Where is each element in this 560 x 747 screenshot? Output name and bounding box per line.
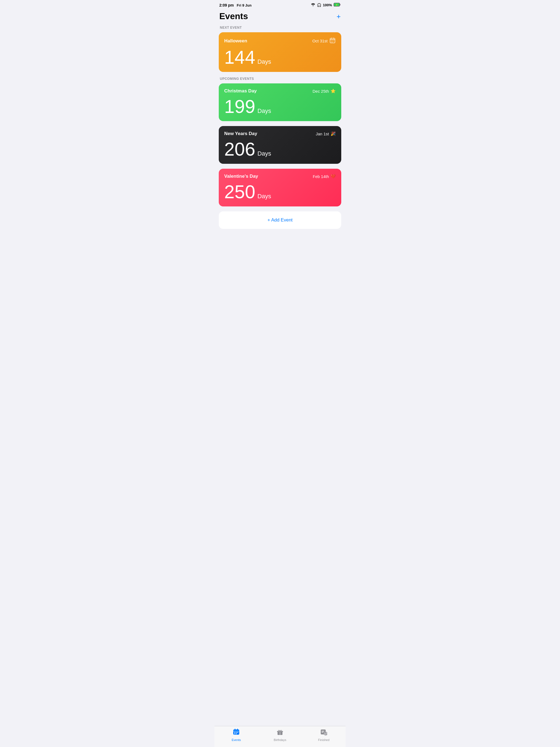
svg-rect-21 xyxy=(234,733,235,734)
halloween-card-header: Halloween Oct 31st xyxy=(224,37,336,45)
valentines-days-number: 250 xyxy=(224,182,255,201)
svg-line-29 xyxy=(280,730,281,731)
valentines-event-date: Feb 14th ❤️ xyxy=(313,174,336,179)
svg-rect-15 xyxy=(233,731,239,731)
halloween-days-unit: Days xyxy=(257,58,271,66)
halloween-event-date: Oct 31st xyxy=(312,37,336,45)
status-bar-indicators: 🎧 100% ⚡ xyxy=(311,3,341,7)
valentines-event-card[interactable]: Valentine's Day Feb 14th ❤️ 250 Days xyxy=(219,169,341,206)
wifi-icon xyxy=(311,3,315,7)
page-title: Events xyxy=(219,11,248,21)
add-event-header-button[interactable]: + xyxy=(337,13,341,20)
battery-icon: ⚡ xyxy=(334,3,341,7)
newyears-event-date: Jan 1st 🎉 xyxy=(316,131,336,136)
newyears-days-unit: Days xyxy=(257,150,271,157)
tab-finished[interactable]: Finished xyxy=(302,728,346,742)
christmas-event-name: Christmas Day xyxy=(224,88,257,94)
svg-line-28 xyxy=(279,730,280,731)
date-display: Fri 9 Jun xyxy=(237,3,252,7)
halloween-date-icon xyxy=(329,37,336,45)
halloween-days-number: 144 xyxy=(224,48,255,67)
tab-birthdays[interactable]: Birthdays xyxy=(258,728,302,742)
christmas-countdown: 199 Days xyxy=(224,97,336,115)
upcoming-events-section-label: UPCOMING EVENTS xyxy=(219,77,341,81)
svg-rect-20 xyxy=(237,732,238,733)
halloween-event-name: Halloween xyxy=(224,38,247,44)
svg-rect-7 xyxy=(331,38,332,39)
svg-point-12 xyxy=(331,42,332,42)
christmas-event-date: Dec 25th ⭐ xyxy=(312,88,336,94)
newyears-date-icon: 🎉 xyxy=(331,131,336,136)
valentines-event-name: Valentine's Day xyxy=(224,174,258,179)
events-tab-icon xyxy=(233,728,240,737)
valentines-card-header: Valentine's Day Feb 14th ❤️ xyxy=(224,174,336,179)
headphone-icon: 🎧 xyxy=(317,3,321,7)
newyears-card-header: New Years Day Jan 1st 🎉 xyxy=(224,131,336,136)
add-event-section: + Add Event xyxy=(219,211,341,229)
tab-bar: Events Birthdays xyxy=(214,726,346,747)
birthdays-tab-icon xyxy=(276,728,284,737)
add-event-button[interactable]: + Add Event xyxy=(219,211,341,229)
newyears-countdown: 206 Days xyxy=(224,140,336,158)
main-content: NEXT EVENT Halloween Oct 31st xyxy=(214,26,346,726)
finished-tab-label: Finished xyxy=(318,738,330,742)
svg-point-11 xyxy=(333,41,334,41)
svg-rect-34 xyxy=(322,731,324,731)
battery-percentage: 100% xyxy=(323,3,332,7)
valentines-countdown: 250 Days xyxy=(224,182,336,201)
svg-rect-19 xyxy=(236,732,237,733)
christmas-days-number: 199 xyxy=(224,97,255,115)
svg-point-10 xyxy=(332,41,333,41)
valentines-date-icon: ❤️ xyxy=(331,174,336,179)
events-tab-label: Events xyxy=(232,738,241,742)
svg-rect-8 xyxy=(333,38,334,39)
newyears-days-number: 206 xyxy=(224,140,255,158)
svg-rect-18 xyxy=(234,732,235,733)
svg-point-13 xyxy=(332,42,333,42)
valentines-days-unit: Days xyxy=(257,193,271,200)
halloween-countdown: 144 Days xyxy=(224,48,336,67)
svg-point-0 xyxy=(312,5,313,6)
status-bar: 2:09 pm Fri 9 Jun 🎧 100% ⚡ xyxy=(214,0,346,9)
svg-rect-35 xyxy=(322,732,324,732)
newyears-event-card[interactable]: New Years Day Jan 1st 🎉 206 Days xyxy=(219,126,341,164)
christmas-card-header: Christmas Day Dec 25th ⭐ xyxy=(224,88,336,94)
christmas-event-card[interactable]: Christmas Day Dec 25th ⭐ 199 Days xyxy=(219,83,341,121)
svg-rect-17 xyxy=(237,729,238,730)
finished-tab-icon xyxy=(320,728,327,737)
svg-rect-16 xyxy=(235,729,235,730)
newyears-event-name: New Years Day xyxy=(224,131,257,136)
svg-text:⚡: ⚡ xyxy=(335,4,338,6)
svg-rect-6 xyxy=(330,40,335,40)
christmas-days-unit: Days xyxy=(257,107,271,114)
halloween-event-card[interactable]: Halloween Oct 31st xyxy=(219,32,341,72)
svg-point-9 xyxy=(331,41,332,41)
svg-rect-22 xyxy=(236,733,237,734)
tab-events[interactable]: Events xyxy=(214,728,258,742)
status-bar-time-date: 2:09 pm Fri 9 Jun xyxy=(219,3,252,7)
page-header: Events + xyxy=(214,9,346,26)
next-event-section-label: NEXT EVENT xyxy=(219,26,341,29)
christmas-date-icon: ⭐ xyxy=(331,88,336,94)
time-display: 2:09 pm xyxy=(219,3,234,7)
birthdays-tab-label: Birthdays xyxy=(274,738,286,742)
svg-rect-3 xyxy=(340,4,340,5)
